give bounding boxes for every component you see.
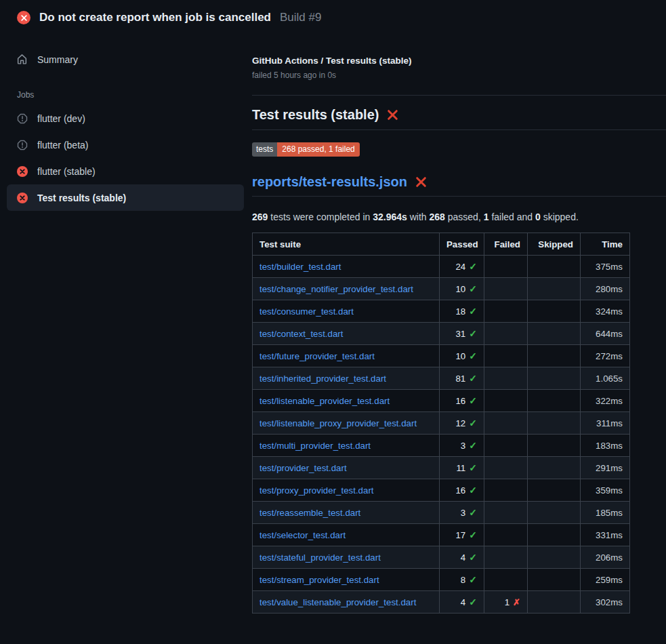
test-suite-link[interactable]: test/proxy_provider_test.dart <box>259 485 374 496</box>
test-suite-cell: test/reassemble_test.dart <box>253 502 440 524</box>
test-suite-cell: test/future_provider_test.dart <box>253 345 440 367</box>
column-header-skipped: Skipped <box>528 233 581 256</box>
test-suite-cell: test/builder_test.dart <box>253 256 440 278</box>
passed-cell: 8✓ <box>440 569 484 591</box>
test-suite-link[interactable]: test/stream_provider_test.dart <box>259 575 379 585</box>
skipped-cell <box>528 278 581 300</box>
passed-cell: 4✓ <box>440 591 484 613</box>
time-cell: 1.065s <box>581 367 630 390</box>
stop-icon <box>16 139 28 150</box>
failed-cell <box>484 502 528 524</box>
test-suite-link[interactable]: test/future_provider_test.dart <box>259 351 375 361</box>
summary-fragment: skipped. <box>541 212 579 222</box>
passed-cell: 3✓ <box>440 502 484 524</box>
page-title: Do not create report when job is cancell… <box>39 11 271 24</box>
sidebar-item-flutter-dev[interactable]: flutter (dev) <box>7 105 244 132</box>
passed-cell: 81✓ <box>440 367 484 390</box>
test-suite-cell: test/selector_test.dart <box>253 524 440 546</box>
page-header: Do not create report when job is cancell… <box>0 0 666 33</box>
failed-count: 1 <box>505 597 509 607</box>
test-suite-cell: test/value_listenable_provider_test.dart <box>253 591 440 613</box>
test-suite-link[interactable]: test/reassemble_test.dart <box>259 508 360 518</box>
test-suite-cell: test/consumer_test.dart <box>253 300 440 323</box>
column-header-test-suite: Test suite <box>253 233 440 256</box>
failed-cell <box>484 323 528 345</box>
results-table-body: test/builder_test.dart24✓375mstest/chang… <box>253 256 630 613</box>
skipped-cell <box>528 367 581 390</box>
test-suite-link[interactable]: test/inherited_provider_test.dart <box>259 374 386 384</box>
test-suite-link[interactable]: test/multi_provider_test.dart <box>259 441 371 451</box>
test-suite-link[interactable]: test/listenable_proxy_provider_test.dart <box>259 418 417 428</box>
check-icon: ✓ <box>469 261 477 272</box>
table-row: test/reassemble_test.dart3✓185ms <box>253 502 630 524</box>
summary-skipped: 0 <box>535 212 541 222</box>
table-row: test/context_test.dart31✓644ms <box>253 323 630 345</box>
failed-cell: 1✗ <box>484 591 528 613</box>
test-suite-link[interactable]: test/consumer_test.dart <box>259 306 354 317</box>
test-suite-link[interactable]: test/selector_test.dart <box>259 530 346 540</box>
passed-count: 10 <box>455 284 465 294</box>
table-row: test/stream_provider_test.dart8✓259ms <box>253 569 630 591</box>
test-suite-link[interactable]: test/change_notifier_provider_test.dart <box>259 284 413 294</box>
time-cell: 302ms <box>581 591 630 613</box>
sidebar-item-summary[interactable]: Summary <box>7 46 244 73</box>
test-suite-link[interactable]: test/stateful_provider_test.dart <box>259 552 381 563</box>
badge-label: tests <box>252 142 277 157</box>
column-header-failed: Failed <box>484 233 528 256</box>
passed-count: 8 <box>461 575 465 585</box>
time-cell: 644ms <box>581 323 630 345</box>
sidebar-item-test-results-stable[interactable]: Test results (stable) <box>7 184 244 211</box>
table-row: test/consumer_test.dart18✓324ms <box>253 300 630 323</box>
test-suite-cell: test/context_test.dart <box>253 323 440 345</box>
check-icon: ✓ <box>469 395 477 406</box>
passed-cell: 16✓ <box>440 390 484 412</box>
sidebar-item-label: Test results (stable) <box>37 193 126 203</box>
failed-cell <box>484 457 528 479</box>
x-circle-icon <box>16 165 28 177</box>
run-status-line: failed 5 hours ago in 0s <box>252 71 666 80</box>
check-icon: ✓ <box>469 597 477 607</box>
time-cell: 359ms <box>581 479 630 502</box>
skipped-cell <box>528 546 581 569</box>
passed-cell: 11✓ <box>440 457 484 479</box>
failed-cell <box>484 278 528 300</box>
test-suite-cell: test/stateful_provider_test.dart <box>253 546 440 569</box>
jobs-heading: Jobs <box>17 90 244 100</box>
time-cell: 183ms <box>581 435 630 457</box>
passed-count: 24 <box>455 262 465 272</box>
summary-passed: 268 <box>430 212 445 222</box>
sidebar-item-flutter-beta[interactable]: flutter (beta) <box>7 132 244 158</box>
time-cell: 331ms <box>581 524 630 546</box>
table-row: test/future_provider_test.dart10✓272ms <box>253 345 630 367</box>
skipped-cell <box>528 412 581 435</box>
time-cell: 322ms <box>581 390 630 412</box>
test-suite-link[interactable]: test/provider_test.dart <box>259 463 347 473</box>
x-icon: ✗ <box>513 597 520 607</box>
test-suite-link[interactable]: test/value_listenable_provider_test.dart <box>259 597 416 607</box>
test-suite-link[interactable]: test/listenable_provider_test.dart <box>259 396 390 406</box>
time-cell: 324ms <box>581 300 630 323</box>
failed-cell <box>484 345 528 367</box>
test-suite-cell: test/inherited_provider_test.dart <box>253 367 440 390</box>
report-heading: reports/test-results.json <box>252 174 666 197</box>
section-title: Test results (stable) <box>252 107 379 123</box>
skipped-cell <box>528 457 581 479</box>
report-file-link[interactable]: reports/test-results.json <box>252 174 407 190</box>
skipped-cell <box>528 502 581 524</box>
failed-cell <box>484 412 528 435</box>
summary-fragment: with <box>407 212 430 222</box>
test-suite-link[interactable]: test/context_test.dart <box>259 329 343 339</box>
passed-cell: 10✓ <box>440 278 484 300</box>
sidebar-item-flutter-stable[interactable]: flutter (stable) <box>7 158 244 184</box>
test-suite-link[interactable]: test/builder_test.dart <box>259 262 341 272</box>
passed-count: 16 <box>455 485 465 496</box>
test-suite-cell: test/proxy_provider_test.dart <box>253 479 440 502</box>
check-icon: ✓ <box>469 552 477 563</box>
sidebar-item-label: Summary <box>37 54 78 65</box>
summary-fragment: failed and <box>489 212 536 222</box>
passed-cell: 18✓ <box>440 300 484 323</box>
results-table: Test suite Passed Failed Skipped Time te… <box>252 233 630 613</box>
passed-cell: 31✓ <box>440 323 484 345</box>
sidebar-item-label: flutter (stable) <box>37 166 96 177</box>
passed-count: 17 <box>455 530 465 540</box>
